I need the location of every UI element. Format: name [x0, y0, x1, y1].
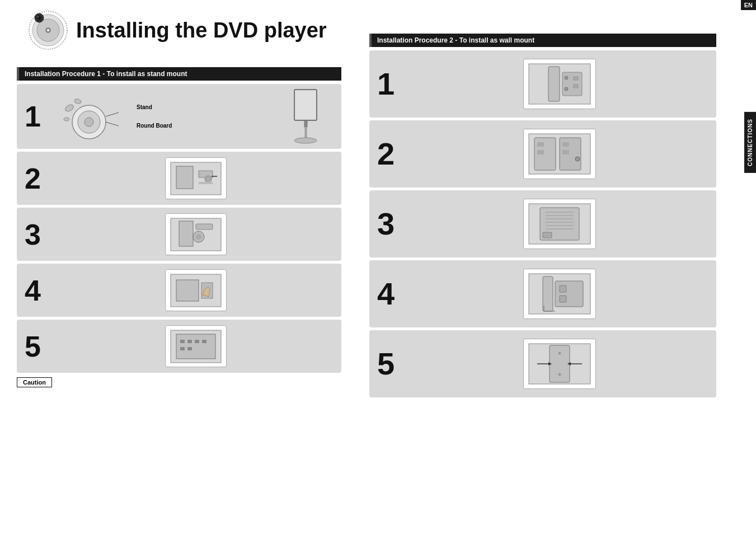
- svg-point-8: [37, 16, 39, 17]
- right-step-4: 4: [369, 260, 716, 327]
- right-step-1: 1: [369, 50, 716, 118]
- right-step-2: 2: [369, 120, 716, 188]
- svg-point-14: [64, 118, 69, 121]
- left-steps-list: 1 St: [17, 84, 341, 373]
- svg-rect-43: [187, 347, 192, 350]
- svg-point-58: [575, 157, 580, 161]
- svg-rect-18: [295, 91, 316, 119]
- svg-point-13: [74, 99, 82, 105]
- svg-rect-23: [176, 166, 193, 189]
- connections-tab: CONNECTIONS: [744, 112, 756, 173]
- svg-rect-29: [179, 221, 193, 246]
- right-step4-image: [411, 269, 708, 319]
- right-section-header: Installation Procedure 2 - To install as…: [369, 34, 716, 47]
- svg-line-16: [106, 122, 119, 126]
- step-number-2: 2: [25, 164, 58, 193]
- right-step1-image: [411, 59, 708, 109]
- svg-rect-41: [202, 340, 206, 343]
- step2-image: [58, 157, 334, 199]
- svg-rect-67: [543, 232, 552, 238]
- page-title: Installing the DVD player: [76, 18, 327, 43]
- svg-rect-42: [180, 347, 185, 350]
- left-step-2: 2: [17, 152, 341, 205]
- step1-content: Stand Round Board: [58, 91, 283, 142]
- svg-rect-57: [562, 150, 569, 154]
- svg-point-11: [84, 118, 93, 127]
- step3-illustration: [168, 216, 224, 254]
- svg-rect-46: [562, 72, 582, 96]
- en-badge: EN: [741, 0, 756, 10]
- board-label-line: Round Board: [137, 123, 172, 129]
- right-step4-illustration: [526, 271, 593, 317]
- svg-rect-70: [555, 281, 583, 307]
- step1-labels: Stand Round Board: [137, 104, 172, 129]
- right-section: Installation Procedure 2 - To install as…: [369, 34, 716, 397]
- left-step-5: 5: [17, 320, 341, 373]
- svg-rect-54: [537, 142, 544, 147]
- svg-rect-72: [560, 296, 566, 302]
- svg-point-79: [558, 352, 561, 355]
- step-number-1: 1: [25, 102, 58, 131]
- left-section: Installation Procedure 1 - To install as…: [17, 67, 341, 387]
- right-step-number-3: 3: [377, 208, 411, 240]
- right-step-5: 5: [369, 330, 716, 397]
- step4-illustration: [168, 271, 224, 310]
- svg-rect-34: [176, 280, 199, 301]
- svg-rect-30: [196, 224, 213, 229]
- left-step-4: 4: [17, 264, 341, 317]
- svg-rect-37: [176, 334, 215, 359]
- svg-rect-56: [562, 142, 569, 147]
- svg-point-12: [64, 104, 75, 113]
- svg-rect-49: [574, 77, 578, 80]
- step3-image: [58, 213, 334, 255]
- step1-illustration: [58, 91, 131, 142]
- svg-rect-71: [560, 285, 566, 292]
- right-step2-illustration: [526, 131, 593, 177]
- right-step-3: 3: [369, 190, 716, 257]
- svg-rect-55: [537, 150, 544, 154]
- svg-rect-38: [180, 340, 185, 343]
- right-step5-illustration: [526, 341, 593, 387]
- stand-side-illustration: [289, 88, 334, 144]
- svg-rect-50: [574, 85, 578, 88]
- round-board-label: Round Board: [137, 123, 172, 129]
- svg-point-80: [558, 373, 561, 376]
- right-step1-illustration: [526, 61, 593, 107]
- svg-rect-40: [195, 340, 199, 343]
- right-step2-image: [411, 129, 708, 179]
- svg-rect-74: [550, 345, 570, 382]
- svg-rect-45: [548, 67, 560, 101]
- svg-rect-20: [305, 127, 307, 139]
- svg-rect-69: [543, 277, 553, 311]
- right-step-number-2: 2: [377, 138, 411, 170]
- svg-rect-19: [304, 120, 307, 127]
- svg-line-15: [106, 113, 119, 116]
- svg-point-21: [294, 138, 317, 143]
- left-step-1: 1 St: [17, 84, 341, 149]
- right-steps-list: 1 2: [369, 50, 716, 397]
- step2-illustration: [168, 160, 224, 198]
- left-section-header: Installation Procedure 1 - To install as…: [17, 67, 341, 81]
- page-header: Installing the DVD player: [28, 10, 327, 50]
- right-step3-image: [411, 199, 708, 249]
- right-step-number-5: 5: [377, 348, 411, 380]
- step5-image: [58, 325, 334, 367]
- svg-point-4: [47, 29, 49, 31]
- svg-rect-24: [199, 171, 213, 177]
- svg-point-32: [196, 234, 201, 240]
- svg-point-48: [565, 87, 568, 91]
- stand-label: Stand: [137, 104, 152, 110]
- caution-button[interactable]: Caution: [17, 377, 52, 387]
- svg-rect-26: [199, 182, 213, 184]
- step-number-5: 5: [25, 332, 58, 361]
- right-step-number-4: 4: [377, 278, 411, 310]
- svg-point-47: [565, 76, 568, 79]
- step5-illustration: [168, 327, 224, 366]
- svg-rect-39: [187, 340, 192, 343]
- right-step5-image: [411, 339, 708, 389]
- stand-label-line: Stand: [137, 104, 172, 110]
- step-number-3: 3: [25, 220, 58, 249]
- step4-image: [58, 269, 334, 311]
- right-step3-illustration: [526, 201, 593, 247]
- step-number-4: 4: [25, 276, 58, 305]
